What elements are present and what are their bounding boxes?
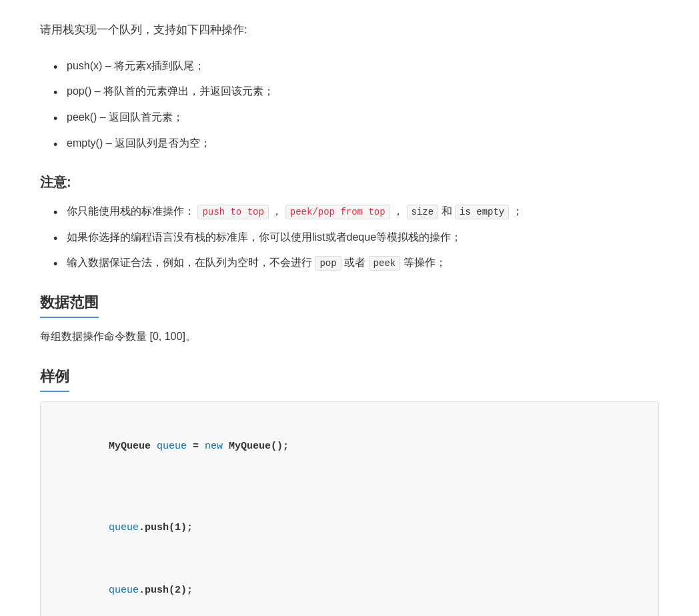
note-section: 注意: 你只能使用栈的标准操作： push to top ， peek/pop … (40, 173, 659, 273)
code-block: MyQueue queue = new MyQueue(); queue.pus… (40, 401, 659, 616)
code-push-to-top: push to top (197, 205, 268, 219)
note-item-1: 你只能使用栈的标准操作： push to top ， peek/pop from… (53, 202, 659, 221)
note-title: 注意: (40, 173, 659, 191)
data-range-title: 数据范围 (40, 293, 99, 318)
operations-list: push(x) – 将元素x插到队尾； pop() – 将队首的元素弹出，并返回… (53, 57, 659, 153)
note-item-3: 输入数据保证合法，例如，在队列为空时，不会进行 pop 或者 peek 等操作； (53, 253, 659, 273)
code-line-3: queue.push(2); (61, 559, 638, 616)
code-size: size (407, 205, 439, 219)
data-range-text: 每组数据操作命令数量 [0, 100]。 (40, 327, 659, 347)
code-line-1: MyQueue queue = new MyQueue(); (61, 415, 638, 479)
code-line-empty (61, 478, 638, 496)
code-is-empty: is empty (455, 205, 509, 219)
data-range-section: 数据范围 每组数据操作命令数量 [0, 100]。 (40, 293, 659, 347)
code-peek-pop-from-top: peek/pop from top (285, 205, 390, 219)
sample-section: 样例 MyQueue queue = new MyQueue(); queue.… (40, 367, 659, 616)
main-content: 请用栈实现一个队列，支持如下四种操作: push(x) – 将元素x插到队尾； … (0, 0, 699, 616)
note-list: 你只能使用栈的标准操作： push to top ， peek/pop from… (53, 202, 659, 273)
intro-title: 请用栈实现一个队列，支持如下四种操作: (40, 20, 659, 41)
sample-title: 样例 (40, 367, 69, 392)
list-item: peek() – 返回队首元素； (53, 108, 659, 127)
note-item-2: 如果你选择的编程语言没有栈的标准库，你可以使用list或者deque等模拟栈的操… (53, 228, 659, 247)
list-item: pop() – 将队首的元素弹出，并返回该元素； (53, 82, 659, 101)
list-item: push(x) – 将元素x插到队尾； (53, 57, 659, 76)
list-item: empty() – 返回队列是否为空； (53, 134, 659, 153)
code-peek: peek (369, 256, 401, 271)
code-pop: pop (315, 256, 341, 271)
code-line-2: queue.push(1); (61, 496, 638, 559)
